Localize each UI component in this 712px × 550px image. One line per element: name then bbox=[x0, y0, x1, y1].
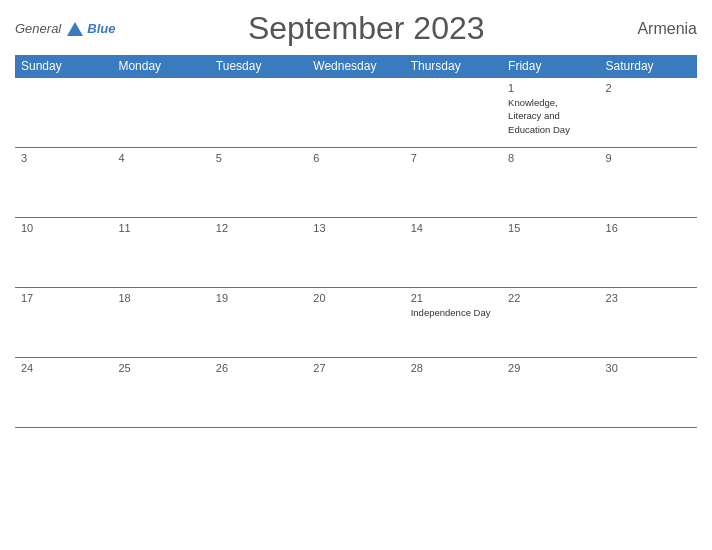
event-label: Independence Day bbox=[411, 307, 491, 318]
day-number: 26 bbox=[216, 362, 301, 374]
table-row: 13 bbox=[307, 218, 404, 288]
day-number: 5 bbox=[216, 152, 301, 164]
event-label: Knowledge, Literacy and Education Day bbox=[508, 97, 570, 135]
day-number: 30 bbox=[606, 362, 691, 374]
col-thursday: Thursday bbox=[405, 55, 502, 78]
day-number: 16 bbox=[606, 222, 691, 234]
day-number: 27 bbox=[313, 362, 398, 374]
table-row: 18 bbox=[112, 288, 209, 358]
table-row: 6 bbox=[307, 148, 404, 218]
day-number: 19 bbox=[216, 292, 301, 304]
calendar-week-row: 1718192021Independence Day2223 bbox=[15, 288, 697, 358]
day-number: 24 bbox=[21, 362, 106, 374]
logo-blue-text: Blue bbox=[87, 21, 115, 36]
col-tuesday: Tuesday bbox=[210, 55, 307, 78]
table-row: 2 bbox=[600, 78, 697, 148]
table-row: 15 bbox=[502, 218, 599, 288]
table-row: 16 bbox=[600, 218, 697, 288]
calendar-week-row: 1Knowledge, Literacy and Education Day2 bbox=[15, 78, 697, 148]
table-row: 22 bbox=[502, 288, 599, 358]
table-row: 10 bbox=[15, 218, 112, 288]
col-saturday: Saturday bbox=[600, 55, 697, 78]
day-number: 7 bbox=[411, 152, 496, 164]
table-row: 24 bbox=[15, 358, 112, 428]
table-row bbox=[405, 78, 502, 148]
day-number: 15 bbox=[508, 222, 593, 234]
table-row: 1Knowledge, Literacy and Education Day bbox=[502, 78, 599, 148]
calendar-week-row: 3456789 bbox=[15, 148, 697, 218]
logo-triangle-icon bbox=[67, 22, 83, 36]
table-row: 25 bbox=[112, 358, 209, 428]
table-row: 27 bbox=[307, 358, 404, 428]
table-row: 26 bbox=[210, 358, 307, 428]
calendar-week-row: 24252627282930 bbox=[15, 358, 697, 428]
day-number: 21 bbox=[411, 292, 496, 304]
table-row: 3 bbox=[15, 148, 112, 218]
calendar-page: General Blue September 2023 Armenia Sund… bbox=[0, 0, 712, 550]
col-friday: Friday bbox=[502, 55, 599, 78]
day-number: 4 bbox=[118, 152, 203, 164]
day-number: 28 bbox=[411, 362, 496, 374]
country-label: Armenia bbox=[617, 20, 697, 38]
table-row: 7 bbox=[405, 148, 502, 218]
table-row: 9 bbox=[600, 148, 697, 218]
col-sunday: Sunday bbox=[15, 55, 112, 78]
day-number: 14 bbox=[411, 222, 496, 234]
table-row: 4 bbox=[112, 148, 209, 218]
day-number: 29 bbox=[508, 362, 593, 374]
day-number: 17 bbox=[21, 292, 106, 304]
day-number: 12 bbox=[216, 222, 301, 234]
table-row bbox=[307, 78, 404, 148]
day-number: 8 bbox=[508, 152, 593, 164]
logo: General Blue bbox=[15, 21, 115, 36]
day-number: 3 bbox=[21, 152, 106, 164]
table-row: 23 bbox=[600, 288, 697, 358]
table-row: 29 bbox=[502, 358, 599, 428]
calendar-table: Sunday Monday Tuesday Wednesday Thursday… bbox=[15, 55, 697, 428]
table-row: 8 bbox=[502, 148, 599, 218]
day-number: 6 bbox=[313, 152, 398, 164]
calendar-title: September 2023 bbox=[115, 10, 617, 47]
logo-general-text: General bbox=[15, 21, 61, 36]
col-wednesday: Wednesday bbox=[307, 55, 404, 78]
table-row bbox=[210, 78, 307, 148]
day-number: 23 bbox=[606, 292, 691, 304]
day-number: 10 bbox=[21, 222, 106, 234]
table-row: 17 bbox=[15, 288, 112, 358]
table-row: 21Independence Day bbox=[405, 288, 502, 358]
table-row: 11 bbox=[112, 218, 209, 288]
table-row: 12 bbox=[210, 218, 307, 288]
table-row: 20 bbox=[307, 288, 404, 358]
calendar-header-row: Sunday Monday Tuesday Wednesday Thursday… bbox=[15, 55, 697, 78]
day-number: 11 bbox=[118, 222, 203, 234]
table-row: 28 bbox=[405, 358, 502, 428]
header: General Blue September 2023 Armenia bbox=[15, 10, 697, 47]
day-number: 18 bbox=[118, 292, 203, 304]
table-row: 19 bbox=[210, 288, 307, 358]
table-row: 14 bbox=[405, 218, 502, 288]
day-number: 25 bbox=[118, 362, 203, 374]
calendar-week-row: 10111213141516 bbox=[15, 218, 697, 288]
col-monday: Monday bbox=[112, 55, 209, 78]
day-number: 13 bbox=[313, 222, 398, 234]
table-row: 30 bbox=[600, 358, 697, 428]
day-number: 22 bbox=[508, 292, 593, 304]
day-number: 1 bbox=[508, 82, 593, 94]
day-number: 2 bbox=[606, 82, 691, 94]
table-row bbox=[15, 78, 112, 148]
table-row: 5 bbox=[210, 148, 307, 218]
table-row bbox=[112, 78, 209, 148]
day-number: 9 bbox=[606, 152, 691, 164]
day-number: 20 bbox=[313, 292, 398, 304]
